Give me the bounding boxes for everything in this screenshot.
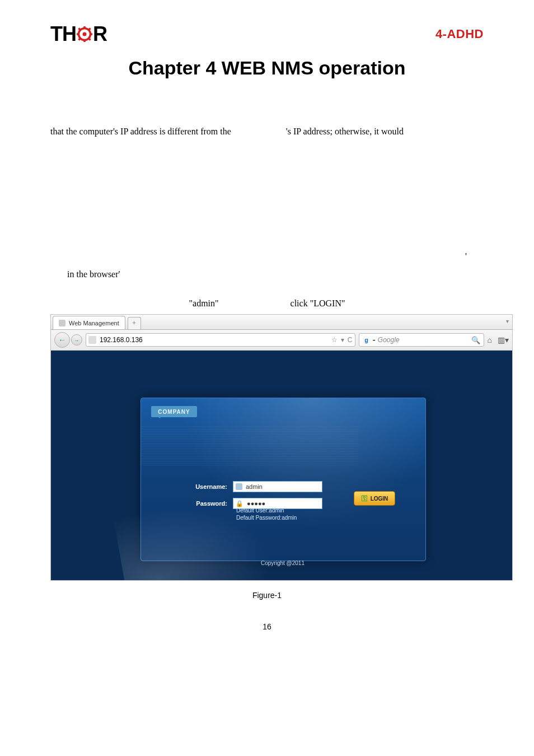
login-button[interactable]: ⚿ LOGIN [354, 491, 395, 506]
svg-line-6 [79, 29, 81, 31]
login-panel: COMPANY Username: admin Password: [140, 398, 426, 561]
brand-logo: TH R [50, 22, 107, 46]
browser-screenshot: Web Management + ▾ ← → ☆ ▾ C g - [50, 314, 513, 581]
chapter-title: Chapter 4 WEB NMS operation [50, 57, 484, 79]
default-user-line: Default User:admin [236, 507, 297, 514]
address-bar[interactable]: ☆ ▾ C [86, 333, 355, 347]
password-value: ●●●●● [247, 500, 265, 507]
home-icon[interactable]: ⌂ [488, 335, 492, 344]
address-dropdown-icon[interactable]: ▾ [341, 336, 344, 344]
browser-line: in the browser' [50, 269, 484, 279]
body-left: that the computer's IP address is differ… [50, 127, 231, 136]
username-input[interactable]: admin [233, 481, 322, 492]
username-label: Username: [189, 483, 227, 490]
search-magnifier-icon[interactable]: 🔍 [471, 336, 480, 344]
logo-text-left: TH [50, 22, 76, 46]
tab-strip: Web Management + ▾ [51, 315, 512, 330]
nav-toolbar: ← → ☆ ▾ C g - Google 🔍 ⌂ ▥▾ [51, 330, 512, 351]
company-ribbon: COMPANY [151, 406, 197, 417]
reload-icon[interactable]: C [348, 336, 353, 344]
figure-caption: Figure-1 [50, 591, 484, 600]
user-icon [236, 483, 242, 490]
back-button[interactable]: ← [54, 332, 70, 348]
svg-line-8 [79, 38, 81, 40]
toolbar-menu-icon[interactable]: ▥▾ [498, 335, 509, 344]
search-sep: - [373, 335, 376, 345]
forward-button[interactable]: → [71, 334, 82, 346]
login-word: click "LOGIN" [291, 298, 345, 308]
password-label: Password: [189, 500, 227, 507]
model-label: 4-ADHD [435, 27, 484, 41]
tab-dropdown-icon[interactable]: ▾ [506, 318, 509, 324]
panel-pattern [141, 426, 358, 465]
browser-line-text: in the browser' [67, 269, 120, 279]
page-viewport: COMPANY Username: admin Password: [51, 351, 512, 580]
favicon-icon [59, 320, 65, 326]
browser-tab[interactable]: Web Management [53, 316, 125, 329]
body-paragraph: that the computer's IP address is differ… [50, 124, 484, 139]
default-credentials: Default User:admin Default Password:admi… [236, 507, 297, 521]
bookmark-star-icon[interactable]: ☆ [331, 336, 338, 344]
body-right: 's IP address; otherwise, it would [286, 127, 404, 136]
lock-icon: 🔒 [236, 500, 243, 507]
search-placeholder: Google [378, 336, 469, 344]
google-icon: g [363, 336, 371, 344]
svg-point-1 [83, 32, 87, 36]
gear-icon [77, 26, 92, 42]
username-value: admin [246, 483, 263, 490]
page-number: 16 [50, 622, 484, 631]
search-bar[interactable]: g - Google 🔍 [359, 333, 484, 347]
default-pw-line: Default Password:admin [236, 514, 297, 521]
address-input[interactable] [99, 335, 329, 344]
key-icon: ⚿ [361, 494, 368, 502]
logo-text-right: R [93, 22, 107, 46]
svg-line-9 [88, 29, 91, 31]
admin-login-line: "admin" click "LOGIN" [50, 298, 484, 309]
stray-apostrophe: ' [50, 251, 484, 262]
login-button-label: LOGIN [371, 496, 388, 502]
admin-word: "admin" [189, 298, 219, 308]
svg-line-7 [88, 38, 91, 40]
new-tab-button[interactable]: + [128, 317, 141, 329]
globe-icon [88, 336, 96, 344]
tab-title: Web Management [69, 320, 119, 326]
copyright-text: Copyright @2011 [140, 560, 425, 566]
